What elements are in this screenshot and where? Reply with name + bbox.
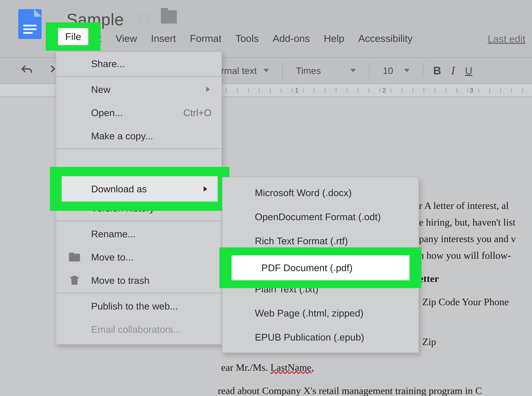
ruler-tick [380,88,380,93]
menu-item-new[interactable]: New [56,78,221,101]
italic-button[interactable]: I [446,64,460,77]
chevron-down-icon [263,69,269,72]
menu-insert[interactable]: Insert [144,31,183,46]
ruler-tick [303,88,303,93]
body-text: e hiring, but, haven't list [419,214,515,230]
ruler-tick [325,88,325,93]
menu-item-make-copy[interactable]: Make a copy... [56,124,221,147]
underline-button[interactable]: U [460,65,478,76]
star-icon[interactable] [136,10,151,25]
font-size-select[interactable]: 10 [375,58,418,83]
menu-divider [56,148,221,149]
font-select[interactable]: Times [288,58,364,83]
ruler-tick [522,88,523,93]
menu-item-move-to[interactable]: Move to... [56,245,221,269]
body-text: Zip [422,334,436,350]
menu-item-move-to-trash[interactable]: Move to trash [56,269,221,292]
trash-icon [68,274,81,287]
body-text: Zip Code Your Phone [422,294,509,310]
ruler-tick [402,88,402,93]
style-select-label: rmal text [221,65,257,76]
font-size-label: 10 [383,65,393,76]
menu-item-rename[interactable]: Rename... [56,222,221,245]
submenu-item-docx[interactable]: Microsoft Word (.docx) [222,181,418,205]
app-header: Sample File File Edit View Insert Format… [0,0,532,57]
toolbar-divider [282,63,283,78]
ruler-mark: 2 [382,87,386,94]
chevron-down-icon [350,69,356,72]
menu-view[interactable]: View [108,31,144,46]
submenu-item-html[interactable]: Web Page (.html, zipped) [222,301,418,325]
highlight-download-as: Download as [50,167,229,211]
undo-icon[interactable] [20,64,33,77]
body-text: read about Company X's retail management… [218,383,482,396]
ruler-tick [347,88,347,93]
shortcut-label: Ctrl+O [183,107,211,118]
menu-divider [56,76,221,77]
submenu-item-pdf[interactable]: PDF Document (.pdf) [232,255,409,280]
chevron-right-icon [206,87,210,92]
menu-item-share[interactable]: Share... [56,52,221,75]
menu-help[interactable]: Help [317,31,351,46]
ruler-tick [292,88,293,93]
menu-accessibility[interactable]: Accessibility [351,31,420,46]
last-edit-link[interactable]: Last edit [488,33,525,45]
toolbar-divider [423,63,423,78]
font-select-label: Times [296,65,321,76]
bold-button[interactable]: B [428,64,446,77]
body-text: r A letter of interest, al [419,198,509,214]
move-folder-icon[interactable] [161,10,177,23]
menu-tools[interactable]: Tools [228,31,266,46]
ruler-tick [226,88,227,93]
ruler-tick [270,88,270,93]
menu-addons[interactable]: Add-ons [266,31,317,46]
body-text: n how you will follow- [419,247,511,263]
ruler-tick [435,88,435,93]
submenu-item-epub[interactable]: EPUB Publication (.epub) [222,325,418,349]
ruler-tick [336,88,336,93]
ruler-tick [237,88,238,93]
style-select[interactable]: rmal text [213,58,277,83]
ruler-tick [259,88,259,93]
ruler-tick [478,88,479,93]
ruler-tick [391,88,391,93]
menu-item-open[interactable]: Open...Ctrl+O [56,101,221,124]
toolbar-divider [369,63,370,78]
ruler-tick [314,88,314,93]
ruler-tick [281,88,281,93]
highlight-pdf: PDF Document (.pdf) [220,247,421,288]
svg-marker-0 [138,12,150,23]
ruler-tick [424,88,424,93]
menubar: File Edit View Insert Format Tools Add-o… [46,31,420,46]
menu-item-publish[interactable]: Publish to the web... [56,294,221,318]
chevron-down-icon [404,69,409,72]
ruler-tick [511,88,512,93]
body-text: etter [419,271,439,287]
ruler-tick [369,88,369,93]
chevron-right-icon [204,186,207,192]
submenu-item-odt[interactable]: OpenDocument Format (.odt) [222,205,418,229]
body-text: ear Mr./Ms. LastName, [221,360,314,375]
ruler-tick [248,88,249,93]
docs-logo-icon[interactable] [18,9,42,39]
body-text: pany interests you and v [419,231,516,247]
ruler-mark: 3 [470,87,473,94]
ruler-tick [446,88,446,93]
menu-item-download-as[interactable]: Download as [61,176,218,202]
redo-icon[interactable] [43,64,57,77]
ruler-tick [358,88,358,93]
highlight-file-menu: File [46,23,101,51]
ruler-tick [467,88,468,93]
menu-divider [56,293,221,293]
menu-item-email-collaborators: Email collaborators... [56,318,221,341]
ruler-mark: 1 [295,87,299,94]
folder-icon [68,250,81,264]
menu-file[interactable]: File [58,28,89,46]
menu-format[interactable]: Format [183,31,228,46]
ruler-tick [490,88,490,93]
ruler-tick [456,88,457,93]
ruler-tick [413,88,413,93]
ruler-tick [500,88,501,93]
menu-divider [56,221,221,221]
